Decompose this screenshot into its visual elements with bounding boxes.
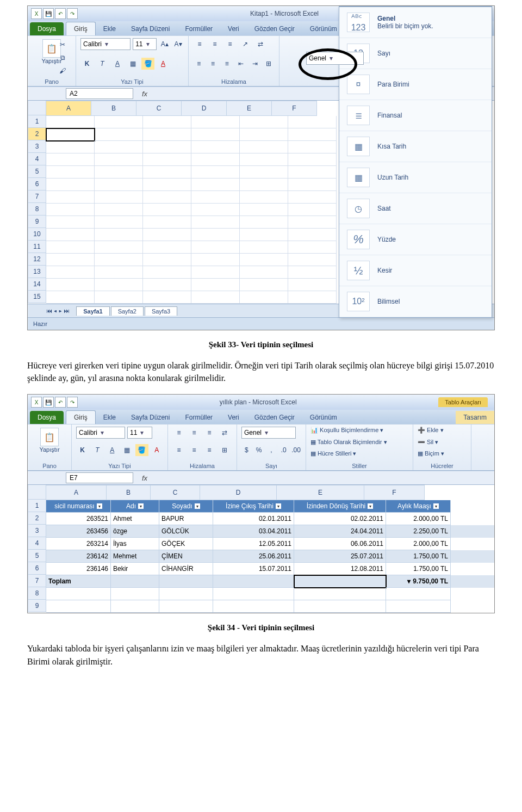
bold-button[interactable]: K xyxy=(76,444,89,456)
data-cell[interactable]: Mehmet xyxy=(111,550,159,563)
row-header[interactable]: 12 xyxy=(28,253,46,266)
tab-review[interactable]: Gözden Geçir xyxy=(247,411,302,424)
merge-icon[interactable]: ⊞ xyxy=(263,58,275,70)
font-color-button[interactable]: A xyxy=(151,444,163,456)
cond-fmt-button[interactable]: 📊 Koşullu Biçimlendirme ▾ xyxy=(310,427,408,434)
align-left-icon[interactable]: ≡ xyxy=(193,58,205,70)
insert-button[interactable]: ➕ Ekle ▾ xyxy=(418,427,467,434)
row-header[interactable]: 6 xyxy=(28,178,46,190)
underline-button[interactable]: A xyxy=(106,444,119,456)
paste-button[interactable]: 📋Yapıştır xyxy=(32,427,67,454)
tab-file[interactable]: Dosya xyxy=(30,411,64,424)
cut-icon[interactable]: ✂ xyxy=(56,39,69,51)
data-cell[interactable]: 02.02.2011 xyxy=(294,513,386,525)
save-icon[interactable]: 💾 xyxy=(43,8,54,19)
tab-data[interactable]: Veri xyxy=(220,411,247,424)
format-button[interactable]: ▦ Biçim ▾ xyxy=(418,450,467,457)
dec-indent-icon[interactable]: ⇤ xyxy=(235,58,247,70)
font-name-combo[interactable]: Calibri▾ xyxy=(76,427,125,439)
tab-insert[interactable]: Ekle xyxy=(96,22,123,35)
align-right-icon[interactable]: ≡ xyxy=(221,58,233,70)
data-cell[interactable]: 1.750,00 TL xyxy=(386,550,451,563)
orient-icon[interactable]: ↗ xyxy=(239,38,252,50)
row-header[interactable]: 2 xyxy=(28,512,46,525)
data-cell[interactable]: İlyas xyxy=(111,538,159,550)
tab-formulas[interactable]: Formüller xyxy=(177,22,220,35)
name-box[interactable]: A2 xyxy=(66,88,133,99)
data-cell[interactable]: 2.000,00 TL xyxy=(386,513,451,525)
table-header[interactable]: Soyadı▾ xyxy=(159,500,213,513)
tab-view[interactable]: Görünüm xyxy=(302,411,345,424)
row-header[interactable]: 4 xyxy=(28,153,46,165)
align-top-icon[interactable]: ≡ xyxy=(193,38,206,50)
redo-icon[interactable]: ↷ xyxy=(67,8,78,19)
save-icon[interactable]: 💾 xyxy=(43,397,54,408)
data-cell[interactable]: 03.04.2011 xyxy=(213,525,294,538)
row-header[interactable]: 9 xyxy=(28,216,46,228)
row-header[interactable]: 3 xyxy=(28,140,46,153)
excel-icon[interactable]: X xyxy=(31,397,42,408)
dd-item-para[interactable]: ¤Para Birimi xyxy=(339,69,492,100)
table-fmt-button[interactable]: ▦ Tablo Olarak Biçimlendir ▾ xyxy=(310,439,408,446)
col-header[interactable]: A xyxy=(46,485,107,500)
tab-design[interactable]: Tasarım xyxy=(456,411,494,424)
sheet-tab[interactable]: Sayfa1 xyxy=(76,306,109,316)
tab-home[interactable]: Giriş xyxy=(66,410,96,424)
dd-item-finansal[interactable]: ≣Finansal xyxy=(339,100,492,131)
tab-formulas[interactable]: Formüller xyxy=(177,411,220,424)
wrap-icon[interactable]: ⇄ xyxy=(254,38,267,50)
fill-color-button[interactable]: 🪣 xyxy=(141,58,154,70)
data-cell[interactable]: 24.04.2011 xyxy=(294,525,386,538)
shrink-font-icon[interactable]: A▾ xyxy=(172,38,184,50)
tab-data[interactable]: Veri xyxy=(220,22,247,35)
row-header[interactable]: 1 xyxy=(28,115,46,128)
row-header[interactable]: 11 xyxy=(28,241,46,253)
table-header[interactable]: sicil numarası▾ xyxy=(46,500,111,513)
col-header[interactable]: C xyxy=(151,485,200,500)
sheet-tab[interactable]: Sayfa2 xyxy=(111,306,144,316)
data-cell[interactable]: 06.06.2011 xyxy=(294,538,386,550)
col-header[interactable]: D xyxy=(200,485,277,500)
active-cell[interactable] xyxy=(46,128,95,141)
redo-icon[interactable]: ↷ xyxy=(67,397,78,408)
border-button[interactable]: ▦ xyxy=(121,444,133,456)
data-cell[interactable]: GÖÇEK xyxy=(159,538,213,550)
row-header[interactable]: 7 xyxy=(28,190,46,203)
tab-review[interactable]: Gözden Geçir xyxy=(247,22,302,35)
select-all-corner[interactable] xyxy=(28,101,46,115)
active-cell[interactable] xyxy=(294,575,386,588)
italic-button[interactable]: T xyxy=(91,444,103,456)
undo-icon[interactable]: ↶ xyxy=(55,397,66,408)
dd-header[interactable]: ᴬᴮᶜ123 Genel Belirli bir biçim yok. xyxy=(339,7,492,38)
data-cell[interactable]: 25.06.2011 xyxy=(213,550,294,563)
data-cell[interactable]: 263456 xyxy=(46,525,111,538)
font-color-button[interactable]: A xyxy=(157,58,170,70)
sheet-tab[interactable]: Sayfa3 xyxy=(145,306,177,316)
tab-file[interactable]: Dosya xyxy=(30,22,64,35)
data-cell[interactable]: 2.250,00 TL xyxy=(386,525,451,538)
inc-indent-icon[interactable]: ⇥ xyxy=(249,58,261,70)
name-box[interactable]: E7 xyxy=(66,472,133,483)
col-header[interactable]: B xyxy=(107,485,151,500)
row-header[interactable]: 3 xyxy=(28,525,46,537)
row-header[interactable]: 2 xyxy=(28,128,46,140)
border-button[interactable]: ▦ xyxy=(126,58,139,70)
data-cell[interactable]: Bekir xyxy=(111,563,159,575)
undo-icon[interactable]: ↶ xyxy=(55,8,66,19)
select-all-corner[interactable] xyxy=(28,485,46,500)
table-header[interactable]: İzinden Dönüş Tarihi▾ xyxy=(294,500,386,513)
dd-item-yuzde[interactable]: %Yüzde xyxy=(339,224,492,255)
dd-item-kisa-tarih[interactable]: ▦Kısa Tarih xyxy=(339,131,492,162)
data-cell[interactable]: 12.05.2011 xyxy=(213,538,294,550)
col-header[interactable]: E xyxy=(227,101,272,116)
data-cell[interactable]: CİHANGİR xyxy=(159,563,213,575)
align-mid-icon[interactable]: ≡ xyxy=(208,38,221,50)
delete-button[interactable]: ➖ Sil ▾ xyxy=(418,439,467,446)
row-header[interactable]: 5 xyxy=(28,550,46,562)
total-label-cell[interactable]: Toplam xyxy=(46,575,111,588)
data-cell[interactable]: 2.000,00 TL xyxy=(386,538,451,550)
bold-button[interactable]: K xyxy=(80,58,94,70)
tab-layout[interactable]: Sayfa Düzeni xyxy=(123,22,177,35)
row-header[interactable]: 4 xyxy=(28,537,46,550)
col-header[interactable]: A xyxy=(46,101,91,116)
